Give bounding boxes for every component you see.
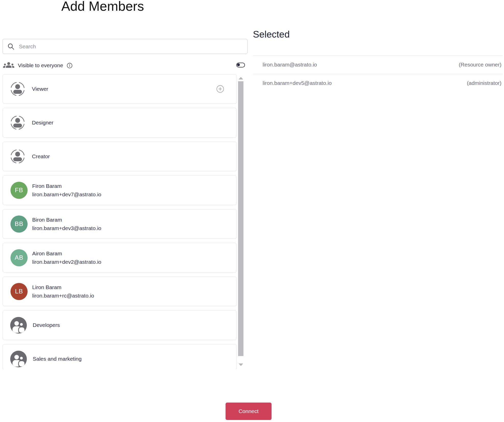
- avatar-initials: LB: [15, 288, 23, 295]
- visibility-label: Visible to everyone: [18, 62, 63, 69]
- group-icon: [10, 317, 27, 334]
- list-item-label: Creator: [32, 153, 50, 159]
- user-text: Biron Baram liron.baram+dev3@astrato.io: [32, 217, 101, 231]
- selected-row[interactable]: liron.baram@astrato.io (Resource owner): [253, 56, 503, 74]
- selected-role: (Resource owner): [459, 62, 501, 68]
- user-email: liron.baram+dev7@astrato.io: [32, 191, 101, 198]
- avatar-initials: BB: [15, 220, 23, 227]
- selected-row[interactable]: liron.baram+dev5@astrato.io (administrat…: [253, 74, 503, 92]
- connect-button[interactable]: Connect: [226, 403, 272, 420]
- user-name: Biron Baram: [32, 217, 101, 223]
- avatar-initials: FB: [15, 187, 23, 194]
- list-item-label: Designer: [32, 120, 53, 126]
- info-icon[interactable]: [67, 63, 73, 69]
- search-box: [3, 39, 248, 54]
- group-icon: [10, 350, 27, 368]
- selected-heading: Selected: [253, 29, 290, 40]
- user-name: Liron Baram: [32, 284, 94, 290]
- toggle-knob: [237, 63, 240, 66]
- selected-email: liron.baram+dev5@astrato.io: [263, 80, 332, 86]
- list-item-user[interactable]: LB Liron Baram liron.baram+rc@astrato.io: [3, 277, 237, 306]
- page-title: Add Members: [61, 0, 144, 14]
- scrollbar-down-arrow[interactable]: [239, 363, 243, 366]
- list-item-group[interactable]: Sales and marketing: [3, 344, 237, 369]
- visibility-toggle[interactable]: [236, 63, 245, 67]
- avatar: BB: [10, 215, 28, 233]
- add-members-dialog: Add Members Visible to everyone: [0, 0, 504, 422]
- avatar: AB: [10, 249, 28, 266]
- user-email: liron.baram+dev3@astrato.io: [32, 225, 101, 231]
- user-email: liron.baram+rc@astrato.io: [32, 293, 94, 299]
- user-name: Firon Baram: [32, 183, 101, 189]
- list-item-user[interactable]: AB Airon Baram liron.baram+dev2@astrato.…: [3, 243, 237, 272]
- list-item-role-designer[interactable]: Designer: [3, 108, 237, 138]
- search-icon: [7, 43, 15, 50]
- role-icon: [9, 114, 26, 131]
- user-text: Airon Baram liron.baram+dev2@astrato.io: [32, 250, 101, 265]
- list-item-user[interactable]: BB Biron Baram liron.baram+dev3@astrato.…: [3, 209, 237, 239]
- selected-email: liron.baram@astrato.io: [263, 62, 317, 68]
- user-text: Liron Baram liron.baram+rc@astrato.io: [32, 284, 94, 299]
- list-item-user[interactable]: FB Firon Baram liron.baram+dev7@astrato.…: [3, 175, 237, 205]
- list-item-label: Developers: [33, 322, 60, 328]
- search-input[interactable]: [18, 43, 244, 50]
- list-item-role-viewer[interactable]: Viewer: [3, 74, 237, 104]
- add-circle-icon[interactable]: [216, 85, 224, 93]
- avatar: FB: [10, 182, 28, 199]
- selected-role: (administrator): [467, 80, 501, 86]
- role-icon: [9, 148, 26, 165]
- list-item-role-creator[interactable]: Creator: [3, 142, 237, 171]
- scrollbar-up-arrow[interactable]: [239, 77, 243, 79]
- list-item-label: Sales and marketing: [33, 356, 81, 362]
- scrollbar-thumb[interactable]: [238, 81, 243, 356]
- visibility-row: Visible to everyone: [3, 61, 245, 70]
- list-item-group[interactable]: Developers: [3, 310, 237, 340]
- role-icon: [9, 80, 26, 98]
- avatar: LB: [10, 283, 28, 300]
- user-email: liron.baram+dev2@astrato.io: [32, 259, 101, 265]
- user-text: Firon Baram liron.baram+dev7@astrato.io: [32, 183, 101, 198]
- avatar-initials: AB: [15, 254, 23, 261]
- members-list: Viewer Designer Creator: [0, 74, 242, 369]
- user-name: Airon Baram: [32, 250, 101, 257]
- list-item-label: Viewer: [32, 86, 48, 92]
- groups-icon: [3, 62, 14, 69]
